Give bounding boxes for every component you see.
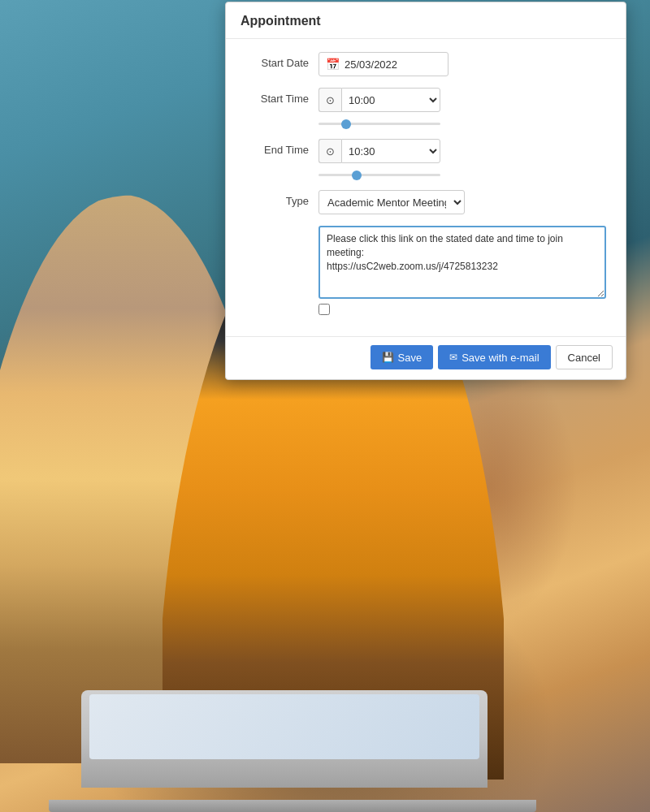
start-time-label: Start Time — [245, 88, 318, 105]
notes-checkbox[interactable] — [318, 304, 330, 315]
cancel-button[interactable]: Cancel — [556, 345, 613, 369]
start-time-select-wrapper: ⊙ 09:00 09:30 10:00 10:30 11:00 — [318, 88, 440, 112]
notes-row: Please click this link on the stated dat… — [245, 226, 606, 315]
start-date-input[interactable] — [344, 58, 481, 71]
notes-label — [245, 226, 318, 231]
start-date-control: 📅 — [318, 52, 606, 76]
start-time-slider[interactable] — [318, 123, 440, 125]
start-date-input-wrapper: 📅 — [318, 52, 448, 76]
start-time-slider-wrap — [318, 115, 440, 127]
start-date-row: Start Date 📅 — [245, 52, 606, 76]
end-time-select-wrapper: ⊙ 10:00 10:30 11:00 11:30 12:00 — [318, 139, 440, 163]
calendar-icon: 📅 — [326, 58, 340, 71]
laptop-base — [49, 800, 536, 812]
type-label: Type — [245, 190, 318, 207]
type-row: Type Academic Mentor Meeting Tutorial Le… — [245, 190, 606, 214]
type-control: Academic Mentor Meeting Tutorial Lecture… — [318, 190, 606, 214]
notes-control: Please click this link on the stated dat… — [318, 226, 606, 315]
save-with-email-button[interactable]: ✉ Save with e-mail — [438, 345, 550, 369]
modal-title: Appointment — [240, 14, 321, 28]
end-time-label: End Time — [245, 139, 318, 156]
save-button[interactable]: 💾 Save — [370, 345, 434, 369]
save-icon: 💾 — [382, 352, 394, 363]
start-time-control: ⊙ 09:00 09:30 10:00 10:30 11:00 — [318, 88, 606, 127]
start-time-clock-icon: ⊙ — [318, 88, 341, 112]
modal-body: Start Date 📅 Start Time ⊙ 09:00 09:30 10… — [226, 39, 626, 336]
end-time-slider-wrap — [318, 166, 440, 179]
checkbox-wrap — [318, 304, 606, 315]
appointment-modal: Appointment Start Date 📅 Start Time ⊙ 09… — [225, 2, 626, 380]
save-email-button-label: Save with e-mail — [462, 352, 539, 364]
end-time-slider[interactable] — [318, 174, 440, 176]
type-select[interactable]: Academic Mentor Meeting Tutorial Lecture… — [318, 190, 465, 214]
modal-footer: 💾 Save ✉ Save with e-mail Cancel — [226, 336, 626, 379]
notes-textarea[interactable]: Please click this link on the stated dat… — [318, 226, 606, 299]
email-icon: ✉ — [449, 352, 457, 363]
save-button-label: Save — [398, 352, 422, 364]
laptop-screen — [89, 694, 479, 759]
cancel-button-label: Cancel — [568, 352, 600, 364]
end-time-clock-icon: ⊙ — [318, 139, 341, 163]
start-time-select[interactable]: 09:00 09:30 10:00 10:30 11:00 — [341, 88, 440, 112]
end-time-control: ⊙ 10:00 10:30 11:00 11:30 12:00 — [318, 139, 606, 179]
start-time-row: Start Time ⊙ 09:00 09:30 10:00 10:30 11:… — [245, 88, 606, 127]
end-time-row: End Time ⊙ 10:00 10:30 11:00 11:30 12:00 — [245, 139, 606, 179]
start-date-label: Start Date — [245, 52, 318, 69]
laptop-body — [81, 690, 488, 788]
end-time-select[interactable]: 10:00 10:30 11:00 11:30 12:00 — [341, 139, 440, 163]
type-select-wrapper: Academic Mentor Meeting Tutorial Lecture… — [318, 190, 465, 214]
modal-header: Appointment — [226, 2, 626, 39]
